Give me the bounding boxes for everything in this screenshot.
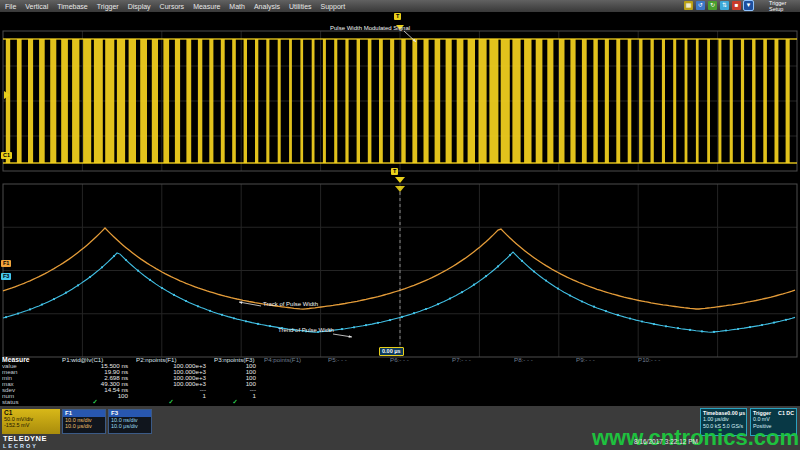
menu-item-measure[interactable]: Measure — [193, 3, 220, 10]
annotation-trend: Trend of Pulse Width — [278, 327, 334, 333]
trigger-delay-marker[interactable]: T — [391, 168, 398, 175]
measure-value — [390, 399, 452, 405]
menu-item-cursors[interactable]: Cursors — [160, 3, 185, 10]
auto-setup-icon[interactable]: ⇅ — [720, 1, 729, 10]
measure-value: ✓ — [136, 399, 214, 405]
measure-value — [452, 399, 514, 405]
c1-ground-marker[interactable]: C1 — [1, 152, 12, 159]
menu-item-timebase[interactable]: Timebase — [57, 3, 87, 10]
function-f3-descriptor[interactable]: F3 10.0 ns/div 10.0 μs/div — [108, 409, 152, 434]
menu-bar: FileVerticalTimebaseTriggerDisplayCursor… — [0, 0, 800, 12]
toolbar-icons: ▦↺↻⇅■▼ — [684, 1, 753, 10]
logo-line1: TELEDYNE — [3, 434, 47, 443]
measure-value: ✓ — [214, 399, 264, 405]
clock-readout: 8/16/2017 3:22:12 PM — [634, 438, 698, 445]
menu-item-trigger[interactable]: Trigger — [97, 3, 119, 10]
menu-item-math[interactable]: Math — [229, 3, 245, 10]
measure-table: MeasureP1:wid@lv(C1)P2:npoints(F1)P3:npo… — [2, 357, 700, 405]
clear-sweeps-icon[interactable]: ↻ — [708, 1, 717, 10]
f1-hscale: 10.0 μs/div — [63, 423, 105, 429]
f3-hscale: 10.0 μs/div — [109, 423, 151, 429]
measure-value: ✓ — [62, 399, 136, 405]
logo-line2: LECROY — [3, 443, 47, 449]
menu-item-display[interactable]: Display — [128, 3, 151, 10]
f1-ground-marker[interactable]: F1 — [1, 260, 11, 267]
c1-offset: -152.5 mV — [4, 422, 58, 428]
teledyne-lecroy-logo: TELEDYNE LECROY — [3, 434, 47, 450]
menu-item-utilities[interactable]: Utilities — [289, 3, 312, 10]
trigger-setup-button[interactable]: Trigger Setup — [769, 1, 797, 12]
cursor-readout[interactable]: 0.00 μs — [379, 347, 404, 356]
menu-item-vertical[interactable]: Vertical — [25, 3, 48, 10]
annotation-pwm-signal: Pulse Width Modulated Signal — [330, 25, 410, 31]
trigger-source: C1 DC — [778, 410, 794, 416]
undo-icon[interactable]: ↺ — [696, 1, 705, 10]
annotation-track: Track of Pulse Width — [263, 301, 318, 307]
timebase-delay: 0.00 μs — [727, 410, 745, 416]
menu-item-file[interactable]: File — [5, 3, 16, 10]
measure-value — [576, 399, 638, 405]
measure-value — [328, 399, 390, 405]
measure-value — [638, 399, 700, 405]
trigger-mode-icon[interactable]: ▼ — [744, 1, 753, 10]
menu-item-support[interactable]: Support — [321, 3, 346, 10]
stop-icon[interactable]: ■ — [732, 1, 741, 10]
measure-value — [514, 399, 576, 405]
menu-item-analysis[interactable]: Analysis — [254, 3, 280, 10]
function-f1-descriptor[interactable]: F1 10.0 ns/div 10.0 μs/div — [62, 409, 106, 434]
measure-value — [264, 399, 328, 405]
f3-ground-marker[interactable]: F3 — [1, 273, 11, 280]
f1-label: F1 — [63, 410, 105, 417]
oscilloscope-app: FileVerticalTimebaseTriggerDisplayCursor… — [0, 0, 800, 450]
measure-row-label: status — [2, 399, 62, 405]
f3-label: F3 — [109, 410, 151, 417]
trigger-position-marker[interactable]: T — [394, 13, 401, 20]
touch-screen-icon[interactable]: ▦ — [684, 1, 693, 10]
channel-c1-descriptor[interactable]: C1 50.0 mV/div -152.5 mV — [2, 409, 60, 434]
